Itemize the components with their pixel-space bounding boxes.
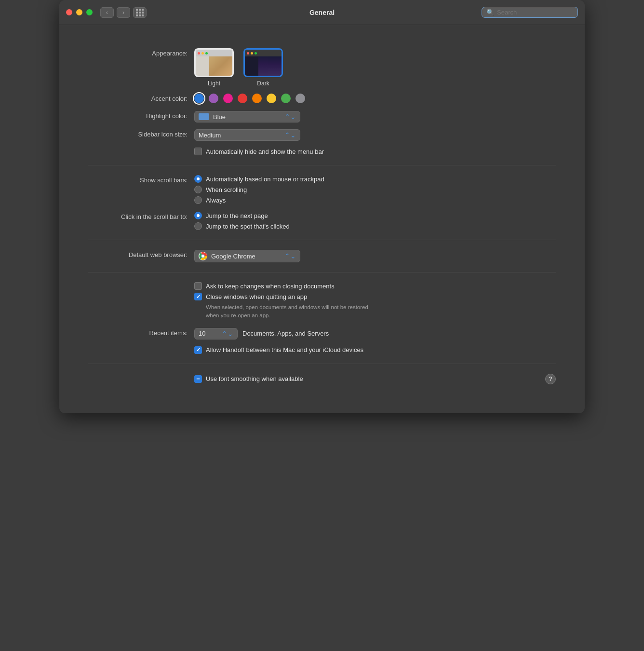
recent-items-dropdown-arrow: ⌃⌄ — [222, 330, 233, 338]
highlight-swatch — [199, 113, 209, 120]
click-next-page-label: Jump to the next page — [206, 212, 268, 219]
accent-green[interactable] — [281, 94, 291, 103]
click-scroll-bar-label: Click in the scroll bar to: — [88, 212, 194, 222]
close-windows-checkbox-row: Close windows when quitting an app — [194, 293, 368, 300]
menu-bar-text: Automatically hide and show the menu bar — [206, 148, 324, 155]
accent-purple[interactable] — [209, 94, 218, 103]
grid-view-button[interactable] — [133, 7, 147, 18]
handoff-label: Allow Handoff between this Mac and your … — [206, 346, 363, 353]
recent-items-label: Recent items: — [88, 328, 194, 339]
appearance-section: Appearance: Light — [88, 39, 556, 165]
accent-color-label: Accent color: — [88, 94, 194, 104]
recent-items-dropdown[interactable]: 10 ⌃⌄ — [194, 328, 238, 339]
preview-dot-red — [198, 52, 200, 54]
recent-items-row: Recent items: 10 ⌃⌄ Documents, Apps, and… — [88, 328, 556, 339]
preview-dark-bar — [245, 50, 282, 56]
default-browser-label: Default web browser: — [88, 250, 194, 260]
preview-dot-yellow — [201, 52, 204, 54]
click-spot-label: Jump to the spot that's clicked — [206, 223, 290, 230]
appearance-dark-option[interactable]: Dark — [243, 48, 283, 87]
highlight-dropdown-arrow: ⌃⌄ — [284, 113, 296, 121]
sidebar-icon-size-dropdown[interactable]: Medium ⌃⌄ — [194, 129, 300, 141]
accent-yellow[interactable] — [267, 94, 276, 103]
appearance-options: Light Dark — [194, 48, 283, 87]
click-spot-radio[interactable] — [194, 222, 202, 230]
accent-blue[interactable] — [194, 94, 204, 103]
menu-bar-checkbox[interactable] — [194, 148, 202, 155]
grid-icon — [136, 9, 144, 16]
search-input[interactable] — [497, 9, 573, 16]
recent-items-suffix: Documents, Apps, and Servers — [242, 330, 329, 337]
minimize-button[interactable] — [76, 9, 82, 15]
appearance-label: Appearance: — [88, 48, 194, 59]
appearance-row: Appearance: Light — [88, 48, 556, 87]
help-icon: ? — [549, 375, 552, 382]
ask-keep-changes-checkbox-row: Ask to keep changes when closing documen… — [194, 282, 368, 290]
forward-button[interactable]: › — [117, 7, 130, 18]
click-scroll-bar-row: Click in the scroll bar to: Jump to the … — [88, 212, 556, 230]
accent-color-row: Accent color: — [88, 94, 556, 104]
sidebar-icon-size-value: Medium — [199, 132, 221, 139]
close-windows-label: Close windows when quitting an app — [206, 293, 307, 300]
nav-buttons: ‹ › — [100, 7, 130, 18]
svg-point-2 — [201, 255, 204, 258]
accent-graphite[interactable] — [295, 94, 305, 103]
forward-icon: › — [122, 9, 124, 16]
default-browser-value: Google Chrome — [211, 253, 255, 260]
appearance-light-label: Light — [208, 80, 220, 87]
accent-pink[interactable] — [223, 94, 233, 103]
font-smoothing-checkbox[interactable] — [194, 375, 202, 383]
maximize-button[interactable] — [86, 9, 93, 15]
appearance-dark-label: Dark — [257, 80, 269, 87]
font-smoothing-checkbox-row: Use font smoothing when available — [194, 375, 303, 383]
preview-dot-green-dark — [255, 52, 257, 54]
menu-bar-checkbox-row: Automatically hide and show the menu bar — [194, 148, 324, 155]
traffic-lights — [66, 9, 93, 15]
scroll-always-radio[interactable] — [194, 196, 202, 204]
browser-section: Default web browser: Google Chrome ⌃⌄ — [88, 240, 556, 272]
preview-light-bar — [196, 50, 232, 56]
ask-keep-changes-checkbox[interactable] — [194, 282, 202, 290]
search-box[interactable]: 🔍 — [482, 7, 578, 18]
window-title: General — [309, 9, 335, 16]
click-next-page-radio[interactable] — [194, 212, 202, 219]
back-button[interactable]: ‹ — [100, 7, 114, 18]
show-scroll-bars-options: Automatically based on mouse or trackpad… — [194, 175, 324, 204]
show-scroll-bars-row: Show scroll bars: Automatically based on… — [88, 175, 556, 204]
click-spot-row: Jump to the spot that's clicked — [194, 222, 290, 230]
highlight-color-value: Blue — [213, 113, 226, 121]
scroll-when-scrolling-label: When scrolling — [206, 186, 247, 193]
accent-orange[interactable] — [252, 94, 262, 103]
preview-dot-red-dark — [247, 52, 249, 54]
appearance-light-preview — [194, 48, 234, 77]
click-scroll-bar-options: Jump to the next page Jump to the spot t… — [194, 212, 290, 230]
search-icon: 🔍 — [486, 9, 494, 16]
accent-red[interactable] — [238, 94, 247, 103]
close-button[interactable] — [66, 9, 72, 15]
sidebar-icon-size-row: Sidebar icon size: Medium ⌃⌄ — [88, 129, 556, 141]
titlebar: ‹ › General 🔍 — [59, 0, 585, 25]
close-windows-subtext: When selected, open documents and window… — [206, 303, 368, 320]
preview-dark-sidebar — [245, 56, 258, 76]
help-button[interactable]: ? — [545, 374, 556, 384]
chrome-icon — [199, 252, 207, 260]
scroll-auto-radio[interactable] — [194, 175, 202, 183]
preview-dot-yellow-dark — [251, 52, 253, 54]
scroll-when-scrolling-radio[interactable] — [194, 186, 202, 193]
highlight-color-dropdown[interactable]: Blue ⌃⌄ — [194, 111, 300, 122]
highlight-color-row: Highlight color: Blue ⌃⌄ — [88, 111, 556, 122]
font-smoothing-section: Use font smoothing when available ? — [88, 364, 556, 394]
sidebar-size-dropdown-arrow: ⌃⌄ — [284, 131, 296, 139]
click-next-page-row: Jump to the next page — [194, 212, 290, 219]
close-windows-checkbox[interactable] — [194, 293, 202, 300]
handoff-checkbox[interactable] — [194, 346, 202, 354]
preview-dark-content — [258, 56, 282, 76]
ask-keep-changes-row: Ask to keep changes when closing documen… — [88, 282, 556, 320]
appearance-light-option[interactable]: Light — [194, 48, 234, 87]
browser-dropdown-arrow: ⌃⌄ — [284, 252, 296, 260]
recent-items-value: 10 — [199, 330, 205, 337]
default-browser-dropdown[interactable]: Google Chrome ⌃⌄ — [194, 250, 300, 262]
menu-bar-row: Automatically hide and show the menu bar — [88, 148, 556, 155]
handoff-checkbox-row: Allow Handoff between this Mac and your … — [194, 346, 363, 354]
preview-light-content — [209, 56, 232, 76]
